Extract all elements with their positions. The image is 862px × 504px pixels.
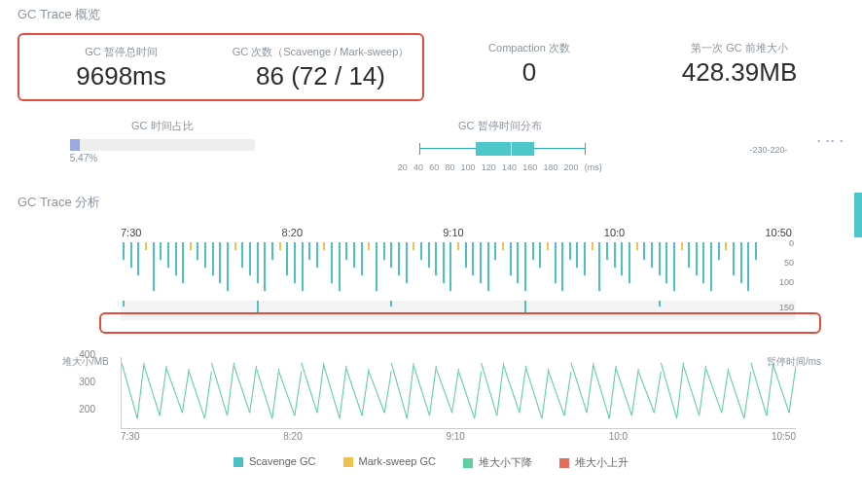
swatch-icon bbox=[343, 457, 353, 467]
progress-caption: 5.47% bbox=[70, 153, 255, 163]
timeline-yaxis: 0 50 100 150 bbox=[753, 242, 796, 320]
timeline-wrap: 7:30 8:20 9:10 10:0 10:50 0 50 100 150 暂… bbox=[0, 217, 862, 320]
section-title-analysis: GC Trace 分析 bbox=[0, 188, 862, 217]
ytick: 400 bbox=[79, 349, 95, 360]
legend-label: 堆大小上升 bbox=[575, 456, 629, 468]
dist-label: GC 暂停时间分布 bbox=[307, 119, 694, 133]
distribution-row: GC 时间占比 5.47% GC 暂停时间分布 20 40 60 80 100 … bbox=[0, 119, 862, 172]
dist-pause-boxplot: GC 暂停时间分布 20 40 60 80 100 120 140 160 18… bbox=[307, 119, 694, 172]
legend-label: 堆大小下降 bbox=[479, 456, 532, 468]
tick: 200 bbox=[564, 162, 579, 172]
kpi-gc-count: GC 次数（Scavenge / Mark-sweep） 86 (72 / 14… bbox=[221, 37, 420, 97]
ytick: 100 bbox=[779, 277, 794, 287]
ytick: 300 bbox=[79, 377, 95, 387]
kpi-label: GC 暂停总时间 bbox=[29, 45, 213, 59]
section-title-overview: GC Trace 概览 bbox=[0, 0, 862, 29]
tick: 20 bbox=[398, 162, 408, 172]
kpi-value: 0 bbox=[432, 57, 627, 88]
kpi-first-heap: 第一次 GC 前堆大小 428.39MB bbox=[634, 33, 844, 101]
kpi-value: 428.39MB bbox=[642, 57, 837, 88]
tick: 7:30 bbox=[121, 227, 141, 238]
kpi-row: GC 暂停总时间 9698ms GC 次数（Scavenge / Mark-sw… bbox=[0, 33, 862, 101]
dist-time-ratio: GC 时间占比 5.47% bbox=[18, 119, 307, 172]
kpi-label: GC 次数（Scavenge / Mark-sweep） bbox=[229, 45, 413, 59]
tick: 10:0 bbox=[609, 431, 628, 442]
tick: 80 bbox=[445, 162, 454, 172]
tick: 180 bbox=[543, 162, 557, 172]
tick: 9:10 bbox=[446, 431, 464, 442]
heap-chart[interactable] bbox=[121, 357, 796, 429]
heap-yaxis: 400 300 200 bbox=[66, 347, 99, 419]
ytick: 200 bbox=[79, 404, 95, 414]
ytick: 50 bbox=[784, 258, 794, 268]
kpi-label: Compaction 次数 bbox=[432, 41, 627, 55]
boxplot bbox=[398, 139, 602, 159]
tick: 8:20 bbox=[283, 431, 302, 442]
tick: 10:50 bbox=[765, 227, 792, 238]
swatch-icon bbox=[559, 458, 569, 468]
kpi-value: 9698ms bbox=[29, 61, 213, 91]
legend-item-heap-up[interactable]: 堆大小上升 bbox=[559, 455, 629, 470]
swatch-icon bbox=[233, 457, 243, 467]
tick: 100 bbox=[461, 162, 476, 172]
progress-bar bbox=[70, 139, 255, 151]
tick: 10:50 bbox=[772, 431, 796, 442]
legend-item-scavenge[interactable]: Scavenge GC bbox=[233, 455, 315, 470]
tick: 60 bbox=[429, 162, 439, 172]
axis-unit: (ms) bbox=[585, 162, 602, 172]
kpi-compaction: Compaction 次数 0 bbox=[424, 33, 634, 101]
ytick: 150 bbox=[779, 303, 794, 312]
tick: 160 bbox=[522, 162, 537, 172]
tick: 8:20 bbox=[282, 227, 303, 238]
mini-range: -230-220- bbox=[693, 145, 844, 155]
legend-item-marksweep[interactable]: Mark-sweep GC bbox=[343, 455, 436, 470]
tick: 10:0 bbox=[604, 227, 625, 238]
timeline-top-axis: 7:30 8:20 9:10 10:0 10:50 bbox=[121, 227, 792, 238]
heap-xaxis: 7:30 8:20 9:10 10:0 10:50 bbox=[121, 431, 796, 442]
legend-label: Scavenge GC bbox=[249, 455, 315, 467]
swatch-icon bbox=[463, 458, 473, 468]
ytick: 0 bbox=[789, 238, 794, 248]
timeline-chart[interactable]: 0 50 100 150 bbox=[121, 242, 796, 320]
tick: 140 bbox=[502, 162, 517, 172]
kpi-value: 86 (72 / 14) bbox=[229, 61, 413, 91]
tick: 40 bbox=[413, 162, 423, 172]
kpi-label: 第一次 GC 前堆大小 bbox=[642, 41, 837, 55]
tick: 120 bbox=[482, 162, 496, 172]
tick: 7:30 bbox=[121, 431, 139, 442]
heap-wrap: 400 300 200 7:30 8:20 9:10 10:0 10:50 bbox=[0, 347, 862, 442]
tick: 9:10 bbox=[443, 227, 463, 238]
progress-fill bbox=[70, 139, 80, 151]
dist-label: GC 时间占比 bbox=[18, 119, 307, 133]
kpi-pause-total: GC 暂停总时间 9698ms bbox=[21, 37, 221, 97]
legend-item-heap-down[interactable]: 堆大小下降 bbox=[463, 455, 532, 470]
legend-label: Mark-sweep GC bbox=[359, 455, 436, 467]
mini-dots: • •• • bbox=[693, 136, 844, 145]
kpi-highlight-box: GC 暂停总时间 9698ms GC 次数（Scavenge / Mark-sw… bbox=[18, 33, 424, 101]
dist-heap-before: • •• • -230-220- bbox=[693, 119, 844, 172]
legend: Scavenge GC Mark-sweep GC 堆大小下降 堆大小上升 bbox=[0, 455, 862, 470]
timeline-highlight-box bbox=[99, 312, 821, 334]
